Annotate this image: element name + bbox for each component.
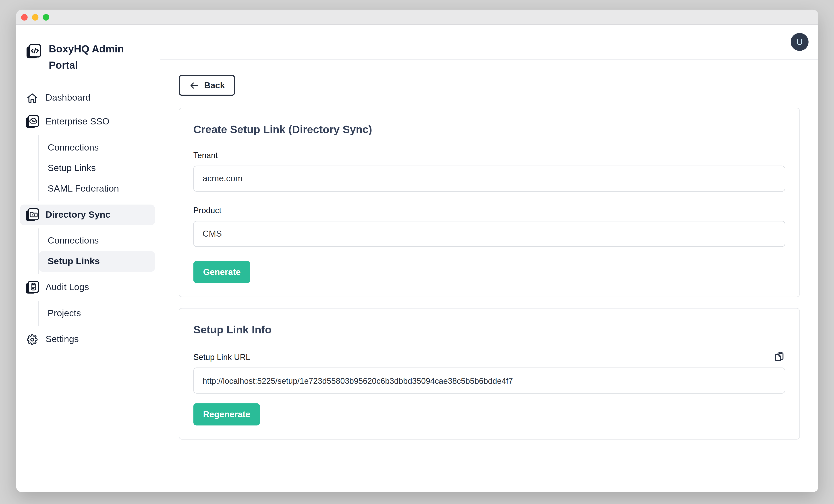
top-header: U [160, 25, 818, 60]
subitem-label: SAML Federation [48, 184, 119, 194]
sidebar-subitem-projects[interactable]: Projects [39, 303, 155, 324]
sidebar-subitem-sso-connections[interactable]: Connections [39, 138, 155, 158]
card-title: Create Setup Link (Directory Sync) [194, 122, 785, 136]
sidebar-item-label: Directory Sync [45, 209, 110, 220]
back-button-label: Back [204, 80, 225, 90]
window-body: BoxyHQ Admin Portal Dashboard [16, 25, 818, 492]
maximize-window-button[interactable] [43, 14, 49, 20]
copy-url-button[interactable] [774, 351, 785, 362]
keycap-folder-sync-icon [25, 207, 40, 223]
subitem-label: Projects [48, 308, 81, 319]
subitem-label: Connections [48, 142, 99, 153]
left-arrow-icon [189, 81, 199, 90]
sidebar-subitem-dsync-connections[interactable]: Connections [39, 231, 155, 251]
tenant-field-group: Tenant [194, 151, 785, 191]
main-area: U Back Create Setup Link (Directory Sy [160, 25, 818, 492]
enterprise-sso-subnav: Connections Setup Links SAML Federation [38, 135, 155, 201]
brand: BoxyHQ Admin Portal [16, 41, 160, 74]
subitem-label: Setup Links [48, 256, 100, 267]
create-setup-link-card: Create Setup Link (Directory Sync) Tenan… [179, 108, 800, 297]
sidebar-subitem-sso-setup-links[interactable]: Setup Links [39, 158, 155, 179]
sidebar-item-label: Settings [45, 334, 79, 345]
app-title: BoxyHQ Admin Portal [49, 41, 130, 74]
user-avatar[interactable]: U [791, 33, 809, 51]
screenshot-stage: BoxyHQ Admin Portal Dashboard [0, 0, 834, 504]
page-content: Back Create Setup Link (Directory Sync) … [160, 60, 818, 492]
sidebar-nav: Dashboard Enterprise SSO [16, 88, 160, 350]
tenant-input[interactable] [194, 166, 785, 192]
sidebar-item-enterprise-sso[interactable]: Enterprise SSO [16, 112, 160, 132]
url-field-group [194, 368, 785, 394]
setup-link-url-input[interactable] [194, 368, 785, 394]
audit-logs-subnav: Projects [38, 301, 155, 326]
gear-icon [25, 333, 40, 346]
back-button[interactable]: Back [179, 75, 235, 96]
sidebar-item-settings[interactable]: Settings [16, 329, 160, 350]
sidebar-item-label: Dashboard [45, 93, 91, 104]
product-input[interactable] [194, 221, 785, 247]
setup-link-url-label: Setup Link URL [194, 352, 250, 362]
copy-icon [774, 351, 785, 362]
regenerate-button[interactable]: Regenerate [194, 403, 260, 426]
close-window-button[interactable] [21, 14, 28, 20]
subitem-label: Connections [48, 235, 99, 247]
sidebar-item-directory-sync[interactable]: Directory Sync [20, 205, 155, 225]
app-window: BoxyHQ Admin Portal Dashboard [16, 10, 818, 492]
product-field-group: Product [194, 206, 785, 247]
minimize-window-button[interactable] [32, 14, 38, 20]
sidebar-item-label: Audit Logs [45, 282, 89, 293]
keycap-cloud-key-icon [25, 114, 40, 130]
sidebar-item-label: Enterprise SSO [45, 116, 110, 127]
sidebar-subitem-saml-federation[interactable]: SAML Federation [39, 179, 155, 199]
home-icon [25, 92, 40, 104]
product-label: Product [194, 206, 785, 215]
sidebar-item-audit-logs[interactable]: Audit Logs [16, 277, 160, 298]
window-titlebar [16, 10, 818, 25]
subitem-label: Setup Links [48, 163, 96, 174]
generate-button[interactable]: Generate [194, 261, 250, 283]
sidebar-item-dashboard[interactable]: Dashboard [16, 88, 160, 108]
tenant-label: Tenant [194, 151, 785, 160]
boxyhq-logo-icon [25, 41, 42, 60]
card-title: Setup Link Info [194, 323, 785, 337]
sidebar-subitem-dsync-setup-links[interactable]: Setup Links [39, 251, 155, 272]
setup-link-info-card: Setup Link Info Setup Link URL [179, 308, 800, 439]
keycap-clipboard-icon [25, 279, 40, 296]
sidebar: BoxyHQ Admin Portal Dashboard [16, 25, 160, 492]
directory-sync-subnav: Connections Setup Links [38, 228, 155, 274]
url-label-row: Setup Link URL [194, 351, 785, 362]
